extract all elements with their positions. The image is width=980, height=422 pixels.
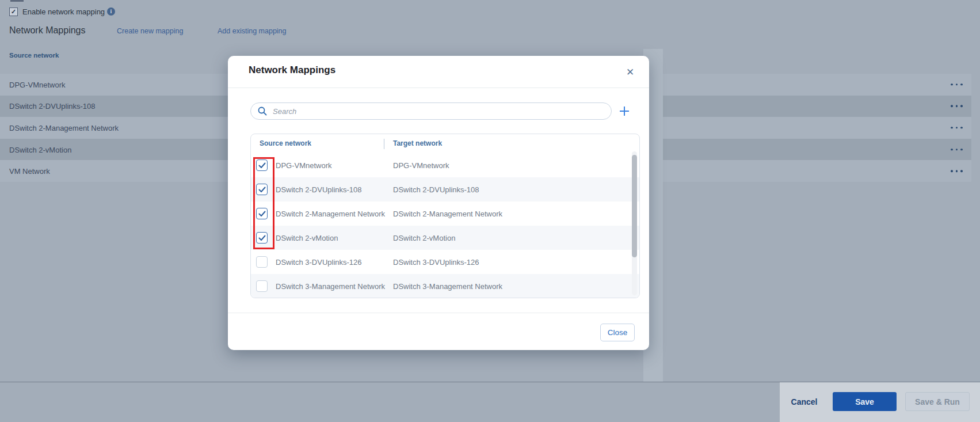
row-actions-ellipsis-icon[interactable]: [950, 168, 964, 174]
modal-table-row: DSwitch 3-DVUplinks-126DSwitch 3-DVUplin…: [251, 250, 639, 274]
modal-source-column-header: Source network: [260, 139, 311, 147]
row-actions-ellipsis-icon[interactable]: [950, 124, 964, 131]
enable-network-mapping-checkbox[interactable]: ✓: [9, 7, 18, 16]
modal-title-divider: [228, 88, 649, 88]
modal-target-network-label: DSwitch 2-Management Network: [393, 210, 502, 218]
row-actions-ellipsis-icon[interactable]: [950, 103, 964, 110]
add-existing-mapping-link[interactable]: Add existing mapping: [218, 27, 287, 35]
add-mapping-plus-icon[interactable]: [618, 105, 631, 117]
modal-target-network-label: DSwitch 2-DVUplinks-108: [393, 185, 479, 194]
source-network-label: DSwitch 2-Management Network: [9, 123, 119, 132]
modal-table-row: DSwitch 2-vMotionDSwitch 2-vMotion: [251, 226, 639, 250]
modal-table-row: DSwitch 2-Management NetworkDSwitch 2-Ma…: [251, 202, 639, 226]
modal-title: Network Mappings: [249, 64, 335, 76]
row-checkbox-checked[interactable]: [256, 208, 268, 219]
row-checkbox-checked[interactable]: [256, 232, 268, 244]
row-checkbox-checked[interactable]: [256, 184, 268, 195]
background-artifact: [10, 0, 24, 2]
modal-footer-divider: [228, 313, 649, 313]
search-icon: [258, 107, 267, 116]
modal-mappings-table: Source network Target network DPG-VMnetw…: [250, 134, 640, 298]
modal-source-network-label: DPG-VMnetwork: [276, 161, 332, 170]
modal-target-network-label: DPG-VMnetwork: [393, 161, 449, 170]
create-new-mapping-link[interactable]: Create new mapping: [117, 27, 183, 35]
modal-target-network-label: DSwitch 3-DVUplinks-126: [393, 258, 479, 267]
save-button[interactable]: Save: [833, 392, 897, 411]
modal-source-network-label: DSwitch 2-DVUplinks-108: [276, 185, 362, 194]
search-input[interactable]: [272, 107, 604, 116]
source-network-label: DSwitch 2-vMotion: [9, 145, 71, 154]
cancel-button[interactable]: Cancel: [783, 392, 826, 411]
row-actions-ellipsis-icon[interactable]: [950, 81, 964, 88]
row-checkbox-unchecked[interactable]: [256, 256, 268, 268]
source-network-label: VM Network: [9, 167, 50, 176]
search-box: [250, 102, 612, 120]
source-network-label: DPG-VMnetwork: [9, 80, 66, 89]
row-actions-ellipsis-icon[interactable]: [950, 146, 964, 153]
modal-source-network-label: DSwitch 2-Management Network: [276, 210, 385, 218]
save-and-run-button[interactable]: Save & Run: [905, 392, 970, 411]
close-button[interactable]: Close: [600, 324, 635, 341]
modal-source-network-label: DSwitch 2-vMotion: [276, 234, 338, 242]
page-title: Network Mappings: [9, 25, 86, 36]
modal-table-header: Source network Target network: [251, 134, 639, 153]
modal-table-row: DSwitch 2-DVUplinks-108DSwitch 2-DVUplin…: [251, 177, 639, 202]
modal-target-network-label: DSwitch 3-Management Network: [393, 282, 502, 291]
modal-table-row: DPG-VMnetworkDPG-VMnetwork: [251, 153, 639, 177]
source-network-label: DSwitch 2-DVUplinks-108: [9, 102, 96, 111]
source-network-column-header: Source network: [9, 52, 59, 59]
row-checkbox-checked[interactable]: [256, 159, 268, 171]
screen: ✓ Enable network mapping i Network Mappi…: [0, 0, 980, 422]
column-divider: [384, 139, 384, 149]
close-icon[interactable]: ✕: [623, 65, 638, 80]
modal-table-rows: DPG-VMnetworkDPG-VMnetworkDSwitch 2-DVUp…: [251, 153, 639, 298]
network-mappings-modal: Network Mappings ✕ Source network Targe: [228, 56, 649, 350]
modal-table-scrollbar[interactable]: [632, 155, 637, 257]
modal-target-network-label: DSwitch 2-vMotion: [393, 234, 455, 242]
info-icon[interactable]: i: [107, 7, 115, 16]
modal-target-column-header: Target network: [393, 139, 442, 147]
row-checkbox-unchecked[interactable]: [256, 280, 268, 292]
modal-table-row: DSwitch 3-Management NetworkDSwitch 3-Ma…: [251, 274, 639, 298]
enable-network-mapping-label: Enable network mapping: [22, 7, 105, 16]
modal-source-network-label: DSwitch 3-DVUplinks-126: [276, 258, 362, 267]
modal-source-network-label: DSwitch 3-Management Network: [276, 282, 385, 291]
enable-network-mapping-row: ✓ Enable network mapping: [9, 6, 105, 17]
